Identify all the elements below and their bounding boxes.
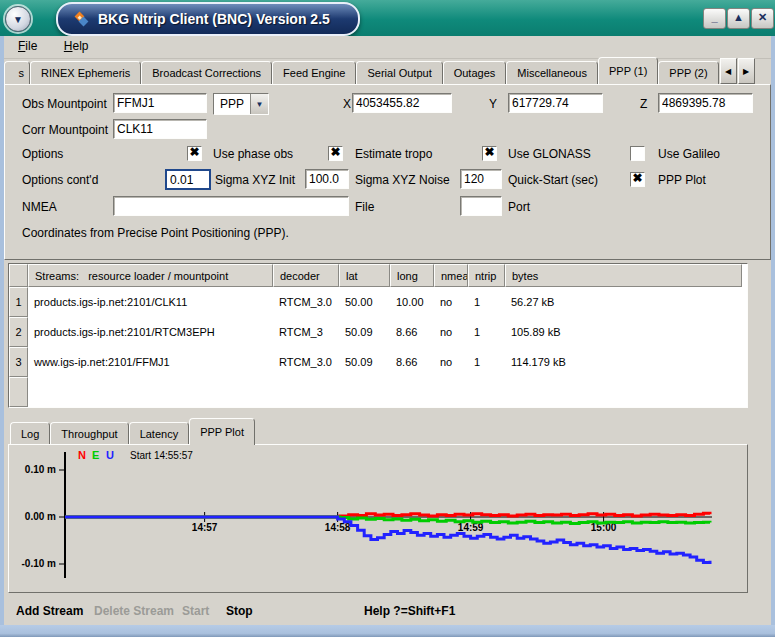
chart-x-tick-label: 14:58 [325, 522, 351, 533]
cell-decoder: RTCM_3.0 [273, 287, 339, 317]
column-header-lat[interactable]: lat [339, 264, 390, 287]
tab-label: Latency [140, 428, 179, 440]
column-header-ntrip[interactable]: ntrip [468, 264, 505, 287]
cell-decoder: RTCM_3 [273, 317, 339, 347]
close-button[interactable]: ✕ [751, 8, 774, 29]
x-label: X [343, 97, 351, 111]
tab-label: Log [21, 428, 39, 440]
row-number-cell[interactable]: 2 [9, 317, 28, 347]
maximize-button[interactable]: ▲ [727, 8, 750, 29]
title-pill: BKG Ntrip Client (BNC) Version 2.5 [56, 2, 360, 36]
ppp-plot-pane: 0.10 m0.00 m-0.10 m14:5714:5814:5915:00N… [8, 444, 748, 593]
chart-y-tick-label: 0.10 m [25, 464, 56, 475]
file-label: File [355, 200, 374, 214]
estimate-tropo-label: Estimate tropo [355, 147, 432, 161]
window-title: BKG Ntrip Client (BNC) Version 2.5 [98, 11, 330, 27]
start-button[interactable]: Start [182, 604, 209, 618]
tab-scroll-right-button[interactable]: ▶ [738, 58, 755, 84]
x-coordinate-field[interactable] [352, 93, 452, 113]
tab-latency[interactable]: Latency [129, 422, 190, 445]
nmea-port-field[interactable] [460, 196, 502, 216]
tab-s[interactable]: s [4, 61, 30, 84]
chart-start-label: Start 14:55:57 [130, 450, 193, 461]
table-header-row: Streams: resource loader / mountpointdec… [9, 264, 747, 287]
cell-bytes: 105.89 kB [505, 317, 742, 347]
quick-start-label: Quick-Start (sec) [508, 173, 598, 187]
cell-bytes: 114.179 kB [505, 347, 742, 377]
chart-legend-E: E [92, 449, 99, 461]
ppp-plot-label: PPP Plot [658, 173, 706, 187]
action-button-row: Add StreamDelete StreamStartStopHelp ?=S… [4, 602, 771, 622]
z-coordinate-field[interactable] [658, 93, 753, 113]
ppp-plot-chart: 0.10 m0.00 m-0.10 m14:5714:5814:5915:00N… [10, 446, 744, 589]
tab-label: Miscellaneous [517, 67, 587, 79]
column-header-nmea[interactable]: nmea [434, 264, 468, 287]
app-logo-icon [72, 10, 90, 28]
column-header-decoder[interactable]: decoder [273, 264, 339, 287]
cell-ntrip: 1 [468, 317, 505, 347]
settings-tabbar: sRINEX EphemerisBroadcast CorrectionsFee… [4, 57, 771, 84]
cell-ntrip: 1 [468, 347, 505, 377]
stop-button[interactable]: Stop [226, 604, 253, 618]
obs-mountpoint-label: Obs Mountpoint [22, 97, 107, 111]
quick-start-field[interactable] [460, 169, 502, 189]
combo-dropdown-button[interactable]: ▼ [250, 94, 268, 114]
y-coordinate-field[interactable] [508, 93, 603, 113]
window-border-bottom [0, 625, 775, 637]
tab-ppp-plot[interactable]: PPP Plot [189, 418, 255, 445]
tab-label: Broadcast Corrections [152, 67, 261, 79]
delete-stream-button[interactable]: Delete Stream [94, 604, 174, 618]
ppp-combo-value: PPP [214, 97, 250, 111]
help-shift-f1-button[interactable]: Help ?=Shift+F1 [364, 604, 455, 618]
ppp-combo[interactable]: PPP ▼ [213, 93, 269, 115]
tab-broadcast-corrections[interactable]: Broadcast Corrections [141, 61, 272, 84]
sigma-xyz-init-field[interactable] [165, 169, 211, 190]
corr-mountpoint-field[interactable] [113, 119, 207, 139]
tab-ppp-1[interactable]: PPP (1) [598, 57, 658, 84]
table-row[interactable]: 2products.igs-ip.net:2101/RTCM3EPHRTCM_3… [9, 317, 747, 347]
tab-log[interactable]: Log [10, 422, 50, 445]
tab-scroll-left-button[interactable]: ◀ [720, 58, 737, 84]
menu-item-file[interactable]: File [10, 36, 45, 53]
tab-label: Outages [454, 67, 496, 79]
use-galileo-checkbox[interactable] [630, 146, 645, 161]
ppp-plot-checkbox[interactable]: ✖ [630, 172, 645, 187]
tab-label: PPP (2) [669, 67, 707, 79]
tab-rinex-ephemeris[interactable]: RINEX Ephemeris [30, 61, 141, 84]
obs-mountpoint-field[interactable] [113, 93, 207, 113]
tab-label: PPP (1) [609, 65, 647, 77]
use-glonass-checkbox[interactable]: ✖ [482, 146, 497, 161]
table-row[interactable]: 1products.igs-ip.net:2101/CLK11RTCM_3.05… [9, 287, 747, 317]
column-header-bytes[interactable]: bytes [505, 264, 742, 287]
minimize-button[interactable]: _ [703, 8, 726, 29]
use-phase-obs-label: Use phase obs [213, 147, 293, 161]
sigma-xyz-noise-field[interactable] [305, 169, 349, 189]
window-menu-button[interactable]: ▼ [5, 6, 31, 32]
sigma-xyz-noise-label: Sigma XYZ Noise [355, 173, 450, 187]
tab-throughput[interactable]: Throughput [50, 422, 128, 445]
use-galileo-label: Use Galileo [658, 147, 720, 161]
port-label: Port [508, 200, 530, 214]
use-phase-obs-checkbox[interactable]: ✖ [187, 146, 202, 161]
tab-feed-engine[interactable]: Feed Engine [272, 61, 356, 84]
cell-long: 8.66 [390, 317, 434, 347]
arrow-left-icon: ◀ [725, 67, 731, 76]
arrow-right-icon: ▶ [743, 67, 749, 76]
column-header-streams[interactable]: Streams: resource loader / mountpoint [28, 264, 273, 287]
cell-stream: products.igs-ip.net:2101/RTCM3EPH [28, 317, 273, 347]
column-header-long[interactable]: long [390, 264, 434, 287]
estimate-tropo-checkbox[interactable]: ✖ [328, 146, 343, 161]
tab-outages[interactable]: Outages [443, 61, 507, 84]
pane-description: Coordinates from Precise Point Positioni… [22, 226, 289, 240]
add-stream-button[interactable]: Add Stream [16, 604, 83, 618]
tab-serial-output[interactable]: Serial Output [356, 61, 442, 84]
tab-ppp-2[interactable]: PPP (2) [658, 61, 718, 84]
nmea-file-field[interactable] [113, 196, 349, 216]
tab-label: Serial Output [367, 67, 431, 79]
cell-long: 10.00 [390, 287, 434, 317]
row-number-cell[interactable]: 3 [9, 347, 28, 377]
table-row[interactable]: 3www.igs-ip.net:2101/FFMJ1RTCM_3.050.098… [9, 347, 747, 377]
tab-miscellaneous[interactable]: Miscellaneous [506, 61, 598, 84]
menu-item-help[interactable]: Help [56, 36, 97, 53]
row-number-cell[interactable]: 1 [9, 287, 28, 317]
